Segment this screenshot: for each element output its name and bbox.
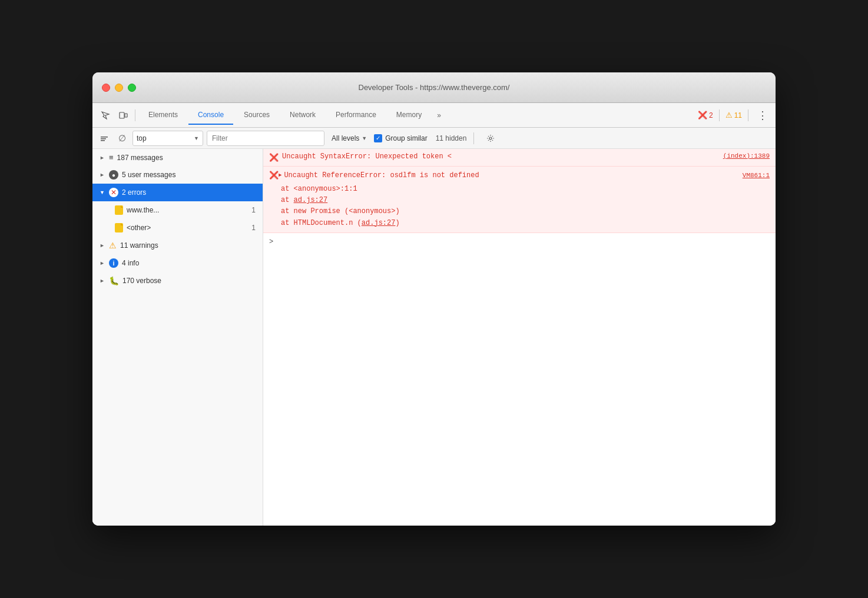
stack-link-adjs-1[interactable]: ad.js:27 <box>294 196 328 204</box>
other-label: <other> <box>127 224 248 232</box>
expand-chevron-icon[interactable]: ► <box>279 172 281 178</box>
console-toolbar: ∅ top ▼ All levels ▼ ✓ Group similar 11 … <box>92 128 776 149</box>
warning-triangle-icon: ⚠ <box>109 241 117 250</box>
other-badge: 1 <box>251 224 256 232</box>
error-icon: ❌ <box>698 111 707 119</box>
sidebar-subitem-other[interactable]: <other> 1 <box>92 219 263 237</box>
hidden-count: 11 hidden <box>436 134 467 142</box>
chevron-down-icon-errors: ▼ <box>100 190 105 195</box>
svg-rect-4 <box>101 140 105 141</box>
console-error-row-1: ❌ Uncaught SyntaxError: Unexpected token… <box>263 149 776 167</box>
error-count: 2 <box>709 111 713 119</box>
error-icon-1: ❌ <box>269 153 279 162</box>
group-similar-checkbox[interactable]: ✓ <box>374 134 382 142</box>
error-warning-counts: ❌ 2 ⚠ 11 ⋮ <box>698 107 771 124</box>
stack-line-1: at <anonymous>:1:1 <box>281 184 400 195</box>
context-value: top <box>137 134 147 142</box>
titlebar: Developer Tools - https://www.theverge.c… <box>92 72 776 103</box>
www-label: www.the... <box>127 206 248 214</box>
tab-performance[interactable]: Performance <box>326 106 386 125</box>
group-similar-label: Group similar <box>385 134 427 142</box>
chevron-right-icon-2: ► <box>100 172 105 178</box>
error-row-header: ❌ ► Uncaught ReferenceError: osdlfm is n… <box>269 170 770 180</box>
devtools-window: Developer Tools - https://www.theverge.c… <box>92 72 776 526</box>
window-title: Developer Tools - https://www.theverge.c… <box>359 83 510 92</box>
tab-console[interactable]: Console <box>188 106 233 125</box>
reference-error-location[interactable]: VM861:1 <box>743 172 770 179</box>
sidebar-item-all-messages[interactable]: ► ≡ 187 messages <box>92 149 263 166</box>
error-circle-icon: ✕ <box>109 188 118 197</box>
context-selector[interactable]: top ▼ <box>132 131 203 146</box>
syntax-error-location[interactable]: (index):1389 <box>723 152 770 160</box>
devtools-menu-button[interactable]: ⋮ <box>754 107 771 124</box>
clear-console-button[interactable] <box>97 131 111 145</box>
level-chevron-icon: ▼ <box>362 135 367 141</box>
count-separator <box>719 109 720 121</box>
file-icon-other <box>115 223 123 232</box>
main-content: ► ≡ 187 messages ► ● 5 user messages ▼ ✕… <box>92 149 776 526</box>
sidebar-item-warnings[interactable]: ► ⚠ 11 warnings <box>92 237 263 254</box>
console-prompt[interactable]: > <box>263 233 776 251</box>
warning-count: 11 <box>734 111 742 119</box>
tab-network[interactable]: Network <box>280 106 325 125</box>
verbose-label: 170 verbose <box>122 277 256 285</box>
close-button[interactable] <box>102 84 110 92</box>
stack-line-3: at new Promise (<anonymous>) <box>281 206 400 217</box>
sidebar-item-verbose[interactable]: ► 🐛 170 verbose <box>92 272 263 290</box>
error-icon-2: ❌ <box>269 171 279 180</box>
errors-label: 2 errors <box>122 188 256 197</box>
console-error-row-2: ❌ ► Uncaught ReferenceError: osdlfm is n… <box>263 167 776 233</box>
chevron-right-icon-3: ► <box>100 242 105 248</box>
svg-point-5 <box>489 137 492 139</box>
count-separator-2 <box>748 109 748 121</box>
user-icon: ● <box>109 170 118 180</box>
syntax-error-message: Uncaught SyntaxError: Unexpected token < <box>282 152 720 161</box>
stack-line-2: at ad.js:27 <box>281 195 400 206</box>
warning-badge[interactable]: ⚠ 11 <box>725 111 742 119</box>
tab-memory[interactable]: Memory <box>387 106 431 125</box>
www-badge: 1 <box>251 206 256 214</box>
reference-error-message: Uncaught ReferenceError: osdlfm is not d… <box>284 171 742 180</box>
tab-sources[interactable]: Sources <box>234 106 279 125</box>
devtools-toolbar: Elements Console Sources Network Perform… <box>92 103 776 128</box>
stack-line-4: at HTMLDocument.n (ad.js:27) <box>281 218 400 229</box>
no-symbol-button[interactable]: ∅ <box>115 131 129 145</box>
chevron-right-icon-4: ► <box>100 260 105 266</box>
filter-input[interactable] <box>207 131 324 146</box>
list-icon: ≡ <box>109 153 114 162</box>
bug-icon: 🐛 <box>109 276 119 285</box>
chevron-down-icon: ▼ <box>194 135 199 141</box>
warning-icon: ⚠ <box>725 111 733 119</box>
all-messages-label: 187 messages <box>117 154 256 162</box>
sidebar: ► ≡ 187 messages ► ● 5 user messages ▼ ✕… <box>92 149 263 526</box>
level-value: All levels <box>332 134 359 142</box>
info-label: 4 info <box>122 259 256 267</box>
sidebar-item-errors[interactable]: ▼ ✕ 2 errors <box>92 184 263 201</box>
file-icon-www <box>115 205 123 215</box>
minimize-button[interactable] <box>115 84 123 92</box>
stack-trace: at <anonymous>:1:1 at ad.js:27 at new Pr… <box>269 184 400 229</box>
tab-elements[interactable]: Elements <box>139 106 187 125</box>
svg-rect-0 <box>120 112 124 118</box>
stack-link-adjs-2[interactable]: ad.js:27 <box>362 219 396 227</box>
device-toolbar-button[interactable] <box>115 107 131 124</box>
sidebar-subitem-www[interactable]: www.the... 1 <box>92 201 263 219</box>
group-similar-toggle[interactable]: ✓ Group similar <box>374 134 427 142</box>
prompt-arrow-icon: > <box>269 238 273 246</box>
maximize-button[interactable] <box>128 84 136 92</box>
level-selector[interactable]: All levels ▼ <box>328 133 370 144</box>
inspect-element-button[interactable] <box>97 107 114 124</box>
warnings-label: 11 warnings <box>120 241 256 250</box>
toolbar-sep <box>473 132 474 144</box>
chevron-right-icon-5: ► <box>100 278 105 284</box>
console-panel: ❌ Uncaught SyntaxError: Unexpected token… <box>263 149 776 526</box>
svg-rect-3 <box>101 138 106 139</box>
more-tabs-button[interactable]: » <box>432 107 446 124</box>
settings-button[interactable] <box>483 131 498 145</box>
svg-rect-2 <box>101 137 108 138</box>
info-icon: i <box>109 258 118 268</box>
traffic-lights <box>102 84 136 92</box>
error-badge[interactable]: ❌ 2 <box>698 111 713 119</box>
sidebar-item-user-messages[interactable]: ► ● 5 user messages <box>92 166 263 184</box>
sidebar-item-info[interactable]: ► i 4 info <box>92 254 263 272</box>
